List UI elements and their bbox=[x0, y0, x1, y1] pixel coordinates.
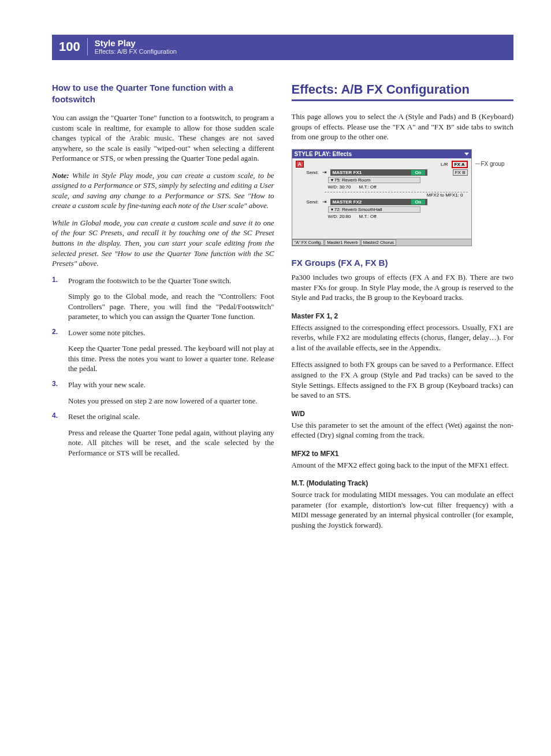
fx2-params: W/D: 20:80 M.T.: Off bbox=[328, 214, 468, 219]
screenshot-body: A L/R FX A Send: ⇥ MASTER FX1 On FX B bbox=[292, 158, 471, 239]
tab-master1: Master1 Reverb bbox=[325, 239, 360, 246]
effect-1-name: ▾ 75: Reverb Room bbox=[328, 177, 420, 183]
arrow-icon-2: ⇥ bbox=[322, 199, 327, 205]
mfx2-p1: Amount of the MFX2 effect going back to … bbox=[292, 460, 514, 470]
tab-master2: Master2 Chorus bbox=[361, 239, 396, 246]
screenshot-wrapper: STYLE PLAY: Effects A L/R FX A Send: ⇥ bbox=[292, 149, 514, 247]
tab-config: "A" FX Config. bbox=[292, 239, 325, 246]
heading-underline bbox=[292, 99, 514, 101]
master-fx-heading: Master FX 1, 2 bbox=[292, 312, 514, 320]
step-4: Reset the original scale. Press and rele… bbox=[52, 412, 274, 458]
mfx2-heading: MFX2 to MFX1 bbox=[292, 450, 514, 458]
step-2-lead: Lower some note pitches. bbox=[68, 328, 274, 338]
fx-side-labels: FX group bbox=[475, 149, 505, 167]
step-4-lead: Reset the original scale. bbox=[68, 412, 274, 422]
effects-screenshot: STYLE PLAY: Effects A L/R FX A Send: ⇥ bbox=[292, 149, 472, 247]
step-1-lead: Program the footswitch to be the Quarter… bbox=[68, 276, 274, 286]
note-paragraph-1: Note: While in Style Play mode, you can … bbox=[52, 171, 274, 211]
screenshot-tabs: "A" FX Config. Master1 Reverb Master2 Ch… bbox=[292, 239, 471, 246]
fx1-on-badge: On bbox=[411, 170, 425, 175]
wd-1: W/D: 30:70 bbox=[328, 184, 351, 190]
header-subtitle: Effects: A/B FX Configuration bbox=[95, 48, 177, 55]
screenshot-title: STYLE PLAY: Effects bbox=[295, 151, 352, 157]
send-label-1: Send: bbox=[296, 170, 319, 175]
step-2-body: Keep the Quarter Tone pedal pressed. The… bbox=[68, 343, 274, 374]
quarter-tone-heading: How to use the Quarter Tone function wit… bbox=[52, 82, 274, 105]
master-fx-p1: Effects assigned to the corresponding ef… bbox=[292, 323, 514, 353]
fx1-params: W/D: 30:70 M.T.: Off bbox=[328, 184, 468, 190]
effect-2-name: ▾ 72: Reverb SmoothHall bbox=[328, 206, 420, 213]
fx-group-label: FX group bbox=[481, 161, 505, 167]
group-a-badge: A bbox=[296, 161, 304, 168]
note-1-text: While in Style Play mode, you can create… bbox=[52, 171, 274, 210]
left-column: How to use the Quarter Tone function wit… bbox=[52, 82, 274, 537]
step-3: Play with your new scale. Notes you pres… bbox=[52, 380, 274, 406]
effects-intro: This page allows you to select the A (St… bbox=[292, 112, 514, 142]
fx-groups-intro: Pa300 includes two groups of effects (FX… bbox=[292, 272, 514, 303]
effects-heading: Effects: A/B FX Configuration bbox=[292, 82, 514, 97]
fx2-on-badge: On bbox=[411, 199, 425, 205]
wd-p1: Use this parameter to set the amount of … bbox=[292, 420, 514, 440]
master-fx-p2: Effects assigned to both FX groups can b… bbox=[292, 360, 514, 400]
header-divider bbox=[87, 38, 88, 55]
mt-1: M.T.: Off bbox=[359, 184, 377, 190]
mfx-row: MFX2 to MFX1: 0 bbox=[325, 192, 468, 198]
mt-2: M.T.: Off bbox=[359, 214, 377, 219]
quarter-tone-intro: You can assign the "Quarter Tone" functi… bbox=[52, 113, 274, 164]
step-1: Program the footswitch to be the Quarter… bbox=[52, 276, 274, 322]
arrow-icon: ⇥ bbox=[322, 169, 327, 175]
header-titles: Style Play Effects: A/B FX Configuration bbox=[95, 39, 177, 55]
lr-label: L/R bbox=[441, 162, 448, 167]
master-fx1-label: MASTER FX1 On bbox=[330, 169, 427, 176]
send-label-2: Send: bbox=[296, 199, 319, 205]
step-4-body: Press and release the Quarter Tone pedal… bbox=[68, 428, 274, 458]
mt-heading: M.T. (Modulating Track) bbox=[292, 479, 514, 487]
screenshot-title-bar: STYLE PLAY: Effects bbox=[292, 150, 471, 158]
right-column: Effects: A/B FX Configuration This page … bbox=[292, 82, 514, 537]
dropdown-arrow-icon bbox=[464, 153, 469, 155]
wd-2: W/D: 20:80 bbox=[328, 214, 351, 219]
step-3-body: Notes you pressed on step 2 are now lowe… bbox=[68, 396, 274, 406]
page-number: 100 bbox=[59, 39, 80, 54]
page-header: 100 Style Play Effects: A/B FX Configura… bbox=[52, 35, 513, 60]
master1-text: MASTER FX1 bbox=[333, 170, 362, 175]
steps-list: Program the footswitch to be the Quarter… bbox=[52, 276, 274, 458]
step-2: Lower some note pitches. Keep the Quarte… bbox=[52, 328, 274, 374]
step-3-lead: Play with your new scale. bbox=[68, 380, 274, 390]
step-1-body: Simply go to the Global mode, and reach … bbox=[68, 291, 274, 322]
master-fx2-label: MASTER FX2 On bbox=[330, 199, 427, 205]
fxa-sidetab: FX A bbox=[452, 161, 468, 168]
fx-groups-heading: FX Groups (FX A, FX B) bbox=[292, 258, 514, 268]
fxb-sidetab: FX B bbox=[453, 169, 468, 176]
mt-p1: Source track for modulating MIDI message… bbox=[292, 490, 514, 530]
master2-text: MASTER FX2 bbox=[333, 199, 362, 205]
wd-heading: W/D bbox=[292, 410, 514, 418]
header-title: Style Play bbox=[95, 39, 177, 49]
note-label: Note: bbox=[52, 171, 69, 180]
note-paragraph-2: While in Global mode, you can create a c… bbox=[52, 218, 274, 269]
